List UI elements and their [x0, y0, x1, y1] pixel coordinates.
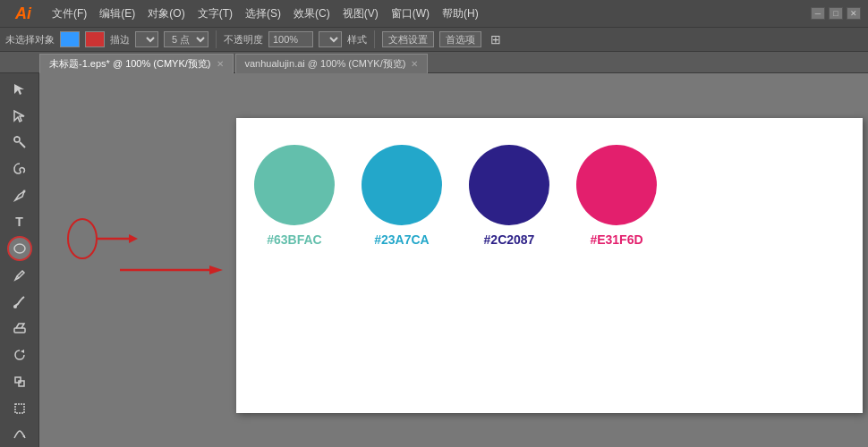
tab-2-label: vanhualujin.ai @ 100% (CMYK/预览): [245, 57, 406, 71]
options-bar: 未选择对象 描边 5 点圆形 不透明度 样式 文档设置 首选项 ⊞: [0, 27, 868, 52]
menu-object[interactable]: 对象(O): [142, 4, 190, 23]
svg-point-16: [68, 219, 97, 258]
win-restore[interactable]: □: [829, 7, 843, 20]
svg-point-9: [13, 305, 17, 308]
swatch-item-3: #2C2087: [469, 145, 549, 247]
swatch-label-2: #23A7CA: [374, 232, 429, 247]
menu-edit[interactable]: 编辑(E): [94, 4, 140, 23]
win-minimize[interactable]: ─: [811, 7, 825, 20]
swatch-label-3: #2C2087: [484, 232, 535, 247]
ellipse-tool[interactable]: [7, 236, 32, 261]
tab-2[interactable]: vanhualujin.ai @ 100% (CMYK/预览) ✕: [235, 54, 429, 73]
tab-2-close[interactable]: ✕: [411, 59, 418, 69]
lasso-tool[interactable]: [7, 156, 32, 181]
free-transform-tool[interactable]: [7, 396, 32, 421]
svg-rect-13: [19, 381, 24, 386]
fill-swatch[interactable]: [60, 31, 80, 47]
menu-bar: 文件(F) 编辑(E) 对象(O) 文字(T) 选择(S) 效果(C) 视图(V…: [47, 4, 484, 23]
swatch-label-4: #E31F6D: [590, 232, 642, 247]
svg-rect-14: [15, 404, 24, 413]
win-close[interactable]: ✕: [847, 7, 861, 20]
arrow-indicator-2: [120, 248, 227, 292]
svg-rect-12: [15, 377, 21, 383]
canvas-area: #63BFAC #23A7CA #2C2087 #E31F6D: [39, 73, 868, 447]
swatch-item-1: #63BFAC: [254, 145, 335, 247]
menu-help[interactable]: 帮助(H): [437, 4, 484, 23]
scale-tool[interactable]: [7, 369, 32, 394]
svg-marker-1: [14, 111, 24, 122]
swatch-label-1: #63BFAC: [267, 232, 321, 247]
type-icon: T: [15, 215, 23, 229]
brush-tool[interactable]: [7, 290, 32, 315]
arrange-icon[interactable]: ⊞: [490, 32, 501, 46]
toolbar: T: [0, 73, 39, 447]
menu-text[interactable]: 文字(T): [192, 4, 238, 23]
svg-line-2: [20, 142, 25, 148]
title-bar: Ai 文件(F) 编辑(E) 对象(O) 文字(T) 选择(S) 效果(C) 视…: [0, 0, 868, 27]
menu-effect[interactable]: 效果(C): [288, 4, 336, 23]
menu-view[interactable]: 视图(V): [337, 4, 384, 23]
svg-point-7: [14, 244, 25, 253]
tab-bar: 未标题-1.eps* @ 100% (CMYK/预览) ✕ vanhualuji…: [0, 52, 868, 73]
doc-setup-button[interactable]: 文档设置: [382, 31, 434, 47]
menu-file[interactable]: 文件(F): [47, 4, 92, 23]
svg-marker-18: [129, 234, 138, 243]
tab-1-close[interactable]: ✕: [217, 59, 224, 69]
opacity-label: 不透明度: [224, 33, 263, 46]
swatch-item-2: #23A7CA: [362, 145, 442, 247]
svg-point-6: [22, 190, 25, 192]
pencil-tool[interactable]: [7, 263, 32, 288]
eraser-tool[interactable]: [7, 316, 32, 342]
swatch-circle-4: [576, 145, 657, 225]
no-selection-label: 未选择对象: [5, 33, 55, 46]
reshape-tool[interactable]: [7, 422, 32, 447]
magic-wand-tool[interactable]: [7, 130, 32, 155]
tab-1[interactable]: 未标题-1.eps* @ 100% (CMYK/预览) ✕: [39, 54, 234, 73]
color-swatches: #63BFAC #23A7CA #2C2087 #E31F6D: [254, 145, 657, 247]
swatch-circle-1: [254, 145, 335, 225]
svg-marker-11: [21, 350, 24, 353]
svg-marker-0: [14, 84, 24, 95]
window-controls: ─ □ ✕: [811, 7, 861, 20]
svg-rect-10: [14, 328, 25, 333]
stroke-select[interactable]: [135, 31, 158, 47]
prefs-button[interactable]: 首选项: [439, 31, 481, 47]
stroke-label: 描边: [110, 33, 130, 46]
rotate-tool[interactable]: [7, 342, 32, 367]
pen-tool[interactable]: [7, 183, 32, 208]
swatch-item-4: #E31F6D: [576, 145, 657, 247]
stroke-size-select[interactable]: 5 点圆形: [164, 31, 208, 47]
swatch-circle-3: [469, 145, 549, 225]
style-label: 样式: [347, 33, 367, 46]
ai-logo: Ai: [7, 4, 39, 23]
opacity-input[interactable]: [268, 31, 313, 47]
menu-select[interactable]: 选择(S): [240, 4, 286, 23]
direct-select-tool[interactable]: [7, 104, 32, 129]
stroke-swatch[interactable]: [85, 31, 105, 47]
svg-marker-20: [209, 266, 223, 274]
style-select[interactable]: [319, 31, 342, 47]
swatch-circle-2: [362, 145, 442, 225]
divider-2: [374, 30, 375, 48]
type-tool[interactable]: T: [7, 210, 32, 235]
tab-1-label: 未标题-1.eps* @ 100% (CMYK/预览): [49, 57, 211, 71]
select-tool[interactable]: [7, 77, 32, 102]
divider-1: [216, 30, 217, 48]
main-area: T: [0, 73, 868, 447]
menu-window[interactable]: 窗口(W): [386, 4, 435, 23]
svg-line-8: [17, 276, 19, 278]
